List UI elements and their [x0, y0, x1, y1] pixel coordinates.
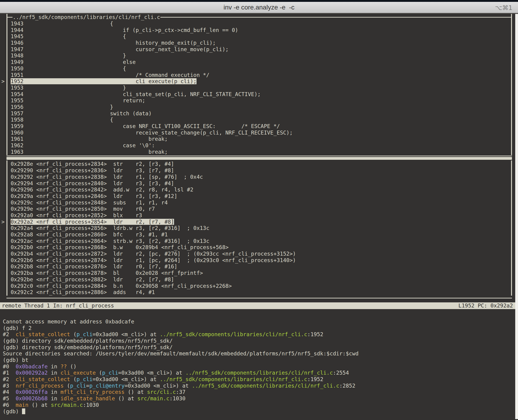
source-line-text: 1951 /* Command execution */: [11, 72, 209, 78]
source-lines: 1943 {1944 if (p_cli->p_ctx->cmd_buff_le…: [11, 21, 511, 155]
console-text: :1952: [307, 376, 323, 382]
asm-line: >0x292a2 <nrf_cli_process+2854> ldr r2, …: [11, 219, 511, 225]
source-line-1943: 1943 {: [11, 21, 511, 27]
asm-line-text: 0x292b8 <nrf_cli_process+2876> ldr r0, […: [11, 263, 177, 270]
asm-line-text: 0x2929a <nrf_cli_process+2846> ldr r3, […: [11, 193, 177, 199]
asm-line-text: 0x292a0 <nrf_cli_process+2852> blx r3: [11, 212, 142, 218]
console-line: (gdb) f 2: [3, 325, 518, 331]
console-text: in: [48, 396, 60, 401]
asm-line: 0x292a0 <nrf_cli_process+2852> blx r3: [11, 212, 511, 219]
console-line: #3 nrf_cli_process (p_cli=p_cli@entry=0x…: [3, 383, 518, 389]
console-line: #4 0x00026ffa in mflt_cli_try_process ()…: [3, 389, 518, 396]
asm-line: 0x292a8 <nrf_cli_process+2860> bfc r3, #…: [11, 232, 511, 238]
source-line-text: 1947 cursor_next_line_move(p_cli);: [11, 46, 229, 52]
status-thread-info: remote Thread 1 In: nrf_cli_process: [2, 302, 114, 309]
asm-line: 0x292ac <nrf_cli_process+2864> strb.w r3…: [11, 238, 511, 245]
source-line-text: 1943 {: [11, 21, 113, 27]
gdb-console[interactable]: Cannot access memory at address 0xbadcaf…: [0, 309, 518, 415]
asm-line-text: 0x292a8 <nrf_cli_process+2860> bfc r3, #…: [11, 232, 168, 238]
console-addr-text: 0x00026b68: [15, 396, 47, 401]
console-path-text: src/main.c: [51, 402, 83, 408]
status-line-pc-info: L1952 PC: 0x292a2: [459, 302, 513, 309]
asm-line: 0x292c2 <nrf_cli_process+2886> adds r4, …: [11, 289, 511, 296]
source-line-1960: 1960 receive_state_change(p_cli, NRF_CLI…: [11, 130, 511, 136]
console-var-text: p_cli: [77, 376, 93, 382]
current-line-marker: >: [1, 219, 5, 225]
asm-line-text: 0x292c0 <nrf_cli_process+2884> b.n 0x290…: [11, 283, 232, 289]
current-line-marker: >: [1, 78, 5, 85]
console-fn-text: idle_state_handle: [60, 396, 115, 401]
asm-line: 0x29290 <nrf_cli_process+2836> ldr r3, […: [11, 167, 511, 174]
terminal-tab-title: inv -e core.analyze -e -c: [224, 4, 295, 11]
source-line-1963: 1963 break;: [11, 149, 511, 155]
console-line: #2 cli_state_collect (p_cli=0x3ad00 <m_c…: [3, 331, 518, 338]
console-fn-text: mflt_cli_try_process: [60, 389, 125, 395]
asm-line-text: 0x292b6 <nrf_cli_process+2874> ldr r1, […: [11, 257, 296, 263]
source-line-text: 1945 {: [11, 33, 126, 39]
console-text: Source directories searched: /Users/tyle…: [3, 351, 359, 357]
terminal-cursor[interactable]: [22, 408, 25, 414]
asm-line: 0x2929c <nrf_cli_process+2848> subs r1, …: [11, 200, 511, 206]
console-fn-text: main: [15, 402, 28, 408]
source-line-text: 1963 break;: [11, 149, 168, 155]
source-line-1961: 1961 break;: [11, 136, 511, 142]
source-line-text: 1948 }: [11, 52, 126, 59]
source-line-1946: 1946 history_mode_exit(p_cli);: [11, 40, 511, 46]
asm-line-text: 0x2929c <nrf_cli_process+2848> subs r1, …: [11, 200, 168, 206]
console-text: (gdb) bt: [3, 357, 29, 363]
window-top-edge: [0, 0, 518, 2]
console-text: :2852: [339, 383, 355, 389]
console-fn-text: cli_state_collect: [15, 331, 70, 337]
asm-pane: 0x2928e <nrf_cli_process+2834> str r2, […: [7, 160, 512, 295]
source-pane-title-row: ../nrf5_sdk/components/libraries/cli/nrf…: [11, 14, 511, 21]
console-text: =0x3ad00 <m_cli>) at: [125, 383, 192, 389]
source-line-1951: 1951 /* Command execution */: [11, 72, 511, 78]
console-text: =0x3ad00 <m_cli>) at: [93, 376, 160, 382]
console-fn-text: nrf_cli_process: [15, 383, 64, 389]
asm-line: 0x29296 <nrf_cli_process+2842> add.w r2,…: [11, 187, 511, 193]
console-path-text: ../nrf5_sdk/components/libraries/cli/nrf…: [192, 383, 339, 389]
asm-line: 0x292b0 <nrf_cli_process+2868> b.w 0x289…: [11, 244, 511, 251]
source-line-text: 1954 cli_state_set(p_cli, NRF_CLI_STATE_…: [11, 91, 261, 97]
source-line-1947: 1947 cursor_next_line_move(p_cli);: [11, 46, 511, 53]
console-text: (: [64, 383, 70, 389]
console-path-text: src/main.c: [138, 396, 170, 401]
source-line-text: 1955 return;: [11, 98, 145, 104]
console-line: #2 cli_state_collect (p_cli=0x3ad00 <m_c…: [3, 376, 518, 383]
source-line-1957: 1957 switch (data): [11, 110, 511, 117]
asm-line-text: 0x292a2 <nrf_cli_process+2854> ldr r2, […: [11, 219, 174, 225]
console-var-text: p_cli: [102, 370, 118, 376]
source-line-text: 1956 }: [11, 104, 113, 110]
asm-line-text: 0x292a4 <nrf_cli_process+2856> ldrb.w r3…: [11, 225, 209, 231]
asm-line: 0x2929a <nrf_cli_process+2846> ldr r3, […: [11, 193, 511, 200]
asm-line-text: 0x2928e <nrf_cli_process+2834> str r2, […: [11, 161, 174, 167]
source-file-title: ../nrf5_sdk/components/libraries/cli/nrf…: [13, 14, 160, 21]
console-line: #1 0x000292a2 in cli_execute (p_cli=0x3a…: [3, 370, 518, 376]
source-line-1959: 1959 case NRF_CLI_VT100_ASCII_ESC: /* ES…: [11, 123, 511, 130]
console-var-text: p_cli: [77, 331, 93, 337]
console-text: :2554: [333, 370, 349, 376]
console-text: #4: [3, 389, 15, 395]
asm-line: 0x29292 <nrf_cli_process+2838> ldr r1, […: [11, 174, 511, 180]
source-line-text: 1957 switch (data): [11, 110, 152, 116]
console-text: (gdb) directory sdk/embedded/platforms/n…: [3, 344, 173, 350]
terminal-tab-bar[interactable]: inv -e core.analyze -e -c ⌥⌘1: [0, 2, 518, 14]
console-fn-text: cli_state_collect: [15, 376, 70, 382]
asm-line-text: 0x292b4 <nrf_cli_process+2872> ldr r2, […: [11, 251, 296, 257]
console-text: in: [48, 363, 60, 369]
console-text: #2: [3, 376, 15, 382]
console-text: () at: [125, 389, 147, 395]
console-text: (: [70, 331, 77, 337]
console-text: :1030: [170, 396, 185, 401]
console-addr-text: 0x000292a2: [15, 370, 47, 376]
source-line-text: 1949 else: [11, 59, 136, 65]
console-text: () at: [115, 396, 138, 401]
asm-line-text: 0x29296 <nrf_cli_process+2842> add.w r2,…: [11, 187, 193, 193]
asm-line: 0x292a4 <nrf_cli_process+2856> ldrb.w r3…: [11, 225, 511, 232]
console-line: (gdb) directory sdk/embedded/platforms/n…: [3, 338, 518, 344]
console-text: (gdb) f 2: [3, 325, 32, 331]
console-text: (: [96, 370, 102, 376]
source-line-1962: 1962 case '\0':: [11, 142, 511, 149]
source-line-1948: 1948 }: [11, 52, 511, 59]
source-line-text: 1946 history_mode_exit(p_cli);: [11, 40, 216, 46]
